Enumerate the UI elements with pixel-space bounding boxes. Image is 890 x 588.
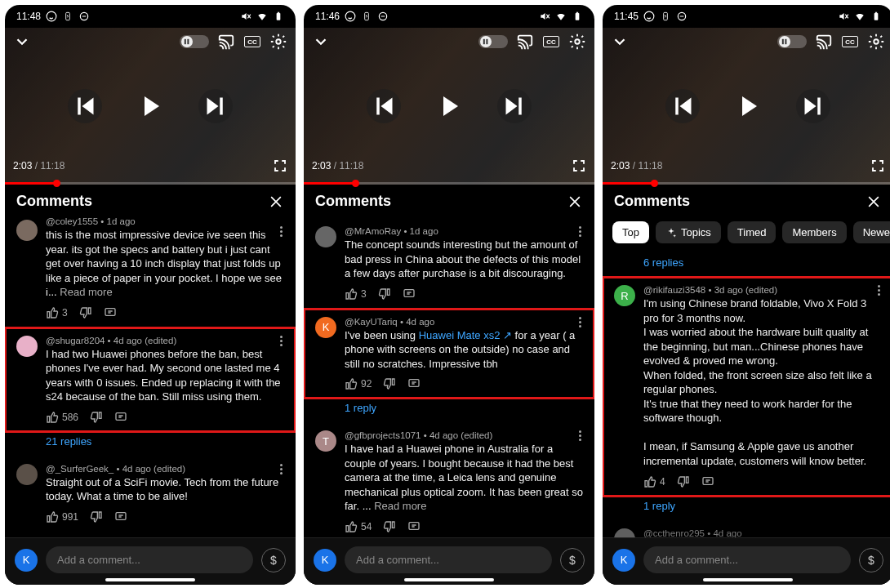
cast-icon[interactable]	[815, 33, 833, 51]
chip-top[interactable]: Top	[612, 221, 649, 243]
like-button[interactable]: 92	[345, 377, 372, 390]
replies-link[interactable]: 21 replies	[5, 432, 296, 456]
comment: R @rikifauzi3548 • 3d ago (edited) I'm u…	[603, 277, 890, 497]
like-button[interactable]: 4	[643, 475, 665, 488]
avatar[interactable]: R	[614, 285, 635, 306]
progress-bar[interactable]	[603, 182, 890, 185]
like-button[interactable]: 54	[345, 520, 372, 533]
reply-button[interactable]	[407, 377, 421, 390]
comment-menu-button[interactable]	[573, 430, 586, 441]
like-button[interactable]: 586	[46, 411, 78, 424]
avatar[interactable]	[315, 226, 336, 247]
reply-button[interactable]	[114, 510, 127, 523]
autoplay-toggle[interactable]	[478, 35, 508, 48]
play-button[interactable]	[141, 96, 159, 116]
close-icon[interactable]	[866, 194, 882, 210]
video-player[interactable]: CC 2:03 / 11:18	[304, 28, 594, 185]
previous-button[interactable]	[367, 89, 401, 123]
my-avatar[interactable]: K	[314, 549, 336, 572]
avatar[interactable]: K	[315, 317, 336, 338]
reply-button[interactable]	[407, 520, 421, 533]
close-icon[interactable]	[567, 194, 583, 210]
dislike-button[interactable]	[383, 377, 396, 390]
read-more[interactable]: Read more	[374, 500, 426, 512]
autoplay-toggle[interactable]	[777, 35, 807, 48]
comment-menu-button[interactable]	[274, 226, 287, 237]
dislike-button[interactable]	[378, 287, 391, 301]
fullscreen-icon[interactable]	[273, 158, 287, 173]
chip-topics[interactable]: Topics	[656, 221, 721, 243]
dnd-icon	[377, 11, 389, 22]
fullscreen-icon[interactable]	[870, 158, 885, 173]
avatar[interactable]	[16, 464, 38, 485]
dislike-button[interactable]	[90, 411, 103, 424]
comment-menu-button[interactable]	[872, 285, 885, 296]
comment-input[interactable]: Add a comment...	[643, 546, 851, 573]
dislike-button[interactable]	[677, 475, 690, 488]
replies-link[interactable]: 1 reply	[603, 497, 890, 520]
gear-icon[interactable]	[568, 33, 586, 51]
next-button[interactable]	[198, 89, 233, 123]
collapse-icon[interactable]	[312, 33, 330, 51]
progress-bar[interactable]	[304, 182, 594, 185]
like-button[interactable]: 991	[46, 510, 78, 523]
reply-button[interactable]	[104, 306, 117, 319]
fullscreen-icon[interactable]	[572, 158, 586, 173]
comment-list[interactable]: @coley1555 • 1d ago this is the most imp…	[5, 218, 296, 537]
video-player[interactable]: CC 2:03 / 11:18	[603, 28, 890, 185]
comment-menu-button[interactable]	[573, 317, 586, 327]
like-button[interactable]: 3	[46, 306, 68, 319]
comment-input[interactable]: Add a comment...	[345, 546, 552, 573]
cast-icon[interactable]	[217, 33, 235, 51]
like-button[interactable]: 3	[345, 287, 367, 301]
captions-icon[interactable]: CC	[841, 33, 859, 51]
read-more[interactable]: Read more	[60, 286, 112, 298]
super-thanks-button[interactable]: $	[261, 548, 286, 572]
replies-link[interactable]: 37 replies	[5, 532, 296, 537]
captions-icon[interactable]: CC	[542, 33, 560, 51]
next-button[interactable]	[497, 89, 532, 123]
chip-newest[interactable]: Newest	[853, 221, 890, 243]
avatar[interactable]	[16, 220, 38, 241]
close-icon[interactable]	[268, 194, 284, 210]
comment-text: I have had a Huawei phone in Australia f…	[345, 442, 583, 514]
play-button[interactable]	[739, 96, 757, 116]
comment-menu-button[interactable]	[274, 336, 287, 346]
captions-icon[interactable]: CC	[243, 33, 261, 51]
avatar[interactable]	[16, 336, 38, 357]
progress-bar[interactable]	[5, 182, 296, 185]
comment-list[interactable]: @MrAmoRay • 1d ago The concept sounds in…	[304, 218, 594, 537]
gear-icon[interactable]	[867, 33, 885, 51]
collapse-icon[interactable]	[13, 33, 31, 51]
my-avatar[interactable]: K	[15, 549, 38, 572]
replies-link[interactable]: 6 replies	[603, 253, 890, 277]
dislike-button[interactable]	[383, 520, 396, 533]
cast-icon[interactable]	[516, 33, 534, 51]
comment-menu-button[interactable]	[274, 464, 287, 474]
dislike-button[interactable]	[90, 510, 103, 523]
reply-button[interactable]	[114, 411, 127, 424]
previous-button[interactable]	[68, 89, 102, 123]
comment-list[interactable]: 6 replies R @rikifauzi3548 • 3d ago (edi…	[603, 253, 890, 537]
autoplay-toggle[interactable]	[180, 35, 209, 48]
comment-menu-button[interactable]	[573, 226, 586, 237]
comment-input[interactable]: Add a comment...	[46, 546, 253, 573]
avatar[interactable]	[614, 528, 635, 537]
my-avatar[interactable]: K	[612, 549, 635, 572]
chip-members[interactable]: Members	[782, 221, 846, 243]
collapse-icon[interactable]	[611, 33, 629, 51]
chip-timed[interactable]: Timed	[728, 221, 777, 243]
gear-icon[interactable]	[269, 33, 287, 51]
dislike-button[interactable]	[79, 306, 92, 319]
next-button[interactable]	[796, 89, 830, 123]
play-button[interactable]	[440, 96, 458, 116]
avatar[interactable]: T	[315, 430, 336, 452]
comment-link[interactable]: Huawei Mate xs2 ↗	[419, 329, 512, 341]
video-player[interactable]: CC 2:03 / 11:18	[5, 28, 296, 185]
super-thanks-button[interactable]: $	[859, 548, 883, 572]
replies-link[interactable]: 1 reply	[304, 399, 594, 422]
previous-button[interactable]	[665, 89, 700, 123]
reply-button[interactable]	[403, 287, 416, 301]
reply-button[interactable]	[701, 475, 714, 488]
super-thanks-button[interactable]: $	[560, 548, 585, 572]
